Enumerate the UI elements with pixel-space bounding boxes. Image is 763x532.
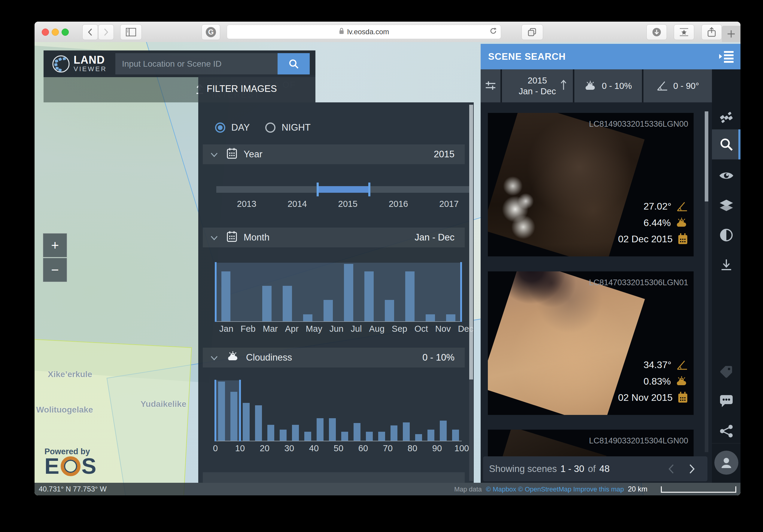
collapse-panel-icon <box>718 50 734 64</box>
satellite-tool-button[interactable] <box>712 103 740 132</box>
month-histogram[interactable] <box>216 264 461 321</box>
slider-handle-right[interactable] <box>368 183 371 196</box>
tag-tool-button[interactable] <box>712 357 740 386</box>
search-icon <box>288 58 299 69</box>
histogram-bar <box>426 314 435 321</box>
preview-tool-button[interactable] <box>712 161 740 190</box>
next-page-button[interactable] <box>689 464 696 474</box>
histogram-bar <box>283 286 292 321</box>
month-tick: Dec <box>458 324 474 334</box>
collapse-panel-button[interactable] <box>712 44 740 69</box>
location-search-button[interactable] <box>277 53 310 74</box>
sidebar-toggle-button[interactable] <box>120 24 142 40</box>
downloads-button[interactable] <box>646 24 667 40</box>
zoom-in-button[interactable]: + <box>43 233 67 257</box>
new-tab-button[interactable] <box>722 26 740 42</box>
chip-cloud-value: 0 - 10% <box>602 81 632 91</box>
cloud-sun-icon <box>676 376 688 387</box>
scene-card[interactable]: LC81490332015304LGN00 <box>488 430 694 456</box>
reload-icon[interactable] <box>490 27 497 37</box>
layers-tool-button[interactable] <box>712 191 740 220</box>
cloudiness-handle-left[interactable] <box>214 380 216 441</box>
angle-icon <box>676 201 688 212</box>
location-search-input[interactable] <box>115 53 277 74</box>
fullscreen-window-button[interactable] <box>61 29 69 36</box>
cloudiness-handle-right[interactable] <box>239 380 241 441</box>
year-section-header[interactable]: Year 2015 <box>203 144 465 164</box>
filter-settings-chip[interactable] <box>481 69 500 102</box>
month-value: Jan - Dec <box>414 232 455 243</box>
sun-elevation-value: 34.37° <box>643 359 671 371</box>
close-window-button[interactable] <box>42 29 49 36</box>
cloudiness-filter-chip[interactable]: 0 - 10% <box>574 69 642 102</box>
download-tool-button[interactable] <box>712 250 740 279</box>
landviewer-logo[interactable]: LAND VIEWER <box>52 54 114 73</box>
address-bar[interactable]: lv.eosda.com <box>227 25 501 39</box>
cloudiness-histogram[interactable] <box>215 382 462 441</box>
attribution-links[interactable]: © Mapbox © OpenStreetMap Improve this ma… <box>486 486 624 493</box>
extension-button[interactable]: G <box>202 24 220 40</box>
month-handle-right[interactable] <box>460 262 462 322</box>
cloudiness-section-header[interactable]: Cloudiness 0 - 10% <box>203 348 465 368</box>
histogram-bar <box>255 405 262 441</box>
sort-ascending-icon[interactable] <box>560 80 567 92</box>
cloudiness-row: 6.44% <box>643 217 688 228</box>
sun-elevation-row: 27.02° <box>643 201 688 212</box>
month-tick: Jun <box>330 324 344 334</box>
map-scale-label: 20 km <box>628 485 647 493</box>
cloud-sun-icon <box>584 80 597 92</box>
scrollbar-thumb[interactable] <box>469 105 473 380</box>
month-handle-left[interactable] <box>215 262 217 322</box>
previous-page-button[interactable] <box>668 464 674 474</box>
month-tick: Oct <box>414 324 428 334</box>
month-tick: Jul <box>351 324 362 334</box>
scrollbar-thumb[interactable] <box>705 111 708 202</box>
chevron-down-icon <box>211 232 218 243</box>
date-filter-chip[interactable]: 2015 Jan - Dec <box>502 69 573 102</box>
sun-elevation-filter-chip[interactable]: 0 - 90° <box>643 69 712 102</box>
scene-card[interactable]: LC81470332015306LGN01 34.37° 0.83% 02 No… <box>488 271 694 415</box>
feedback-tool-button[interactable] <box>712 387 740 415</box>
date-row: 02 Nov 2015 <box>618 392 688 403</box>
histogram-bar <box>427 430 434 441</box>
year-axis-ticks: 20132014201520162017 <box>216 199 469 210</box>
month-section-header[interactable]: Month Jan - Dec <box>203 227 465 247</box>
night-radio-option[interactable]: NIGHT <box>265 122 310 133</box>
search-tool-button[interactable] <box>712 130 740 159</box>
histogram-bar <box>243 403 250 441</box>
eos-brand: ES <box>45 456 97 476</box>
reading-list-button[interactable] <box>674 24 694 40</box>
scene-list-scrollbar[interactable] <box>705 111 708 452</box>
histogram-bar <box>280 430 286 441</box>
user-avatar-button[interactable] <box>714 451 738 475</box>
person-icon <box>720 456 733 469</box>
tab-overview-button[interactable] <box>521 24 543 40</box>
scene-card[interactable]: LC81490332015336LGN00 27.02° 6.44% 02 De… <box>488 113 694 256</box>
slider-selected-range[interactable] <box>317 186 370 193</box>
scene-id: LC81490332015336LGN00 <box>589 120 688 129</box>
share-button[interactable] <box>702 24 722 40</box>
attribution-prefix: Map data <box>454 486 482 493</box>
year-range-slider[interactable] <box>216 186 469 193</box>
contrast-tool-button[interactable] <box>712 221 740 249</box>
filter-images-label: FILTER IMAGES <box>207 83 277 94</box>
zoom-out-button[interactable]: − <box>43 258 67 282</box>
chip-year: 2015 <box>519 75 556 86</box>
slider-handle-left[interactable] <box>317 183 319 196</box>
year-tick: 2017 <box>439 199 459 209</box>
calendar-icon <box>677 233 688 245</box>
back-button[interactable] <box>82 24 98 40</box>
next-section-header-partial[interactable] <box>203 472 465 483</box>
share-tool-button[interactable] <box>712 417 740 446</box>
cloudiness-tick: 30 <box>284 443 294 453</box>
forward-button[interactable] <box>98 24 114 40</box>
minimize-window-button[interactable] <box>52 29 59 36</box>
angle-icon <box>676 360 688 371</box>
cloudiness-tick: 90 <box>432 443 442 453</box>
day-radio-option[interactable]: DAY <box>215 122 250 133</box>
chip-angle-value: 0 - 90° <box>673 81 699 91</box>
logo-viewer-text: VIEWER <box>73 65 107 73</box>
cloud-sun-icon <box>227 351 239 365</box>
filter-panel-scrollbar[interactable] <box>469 104 473 481</box>
map-place-label: Xike’erkule <box>48 370 92 379</box>
